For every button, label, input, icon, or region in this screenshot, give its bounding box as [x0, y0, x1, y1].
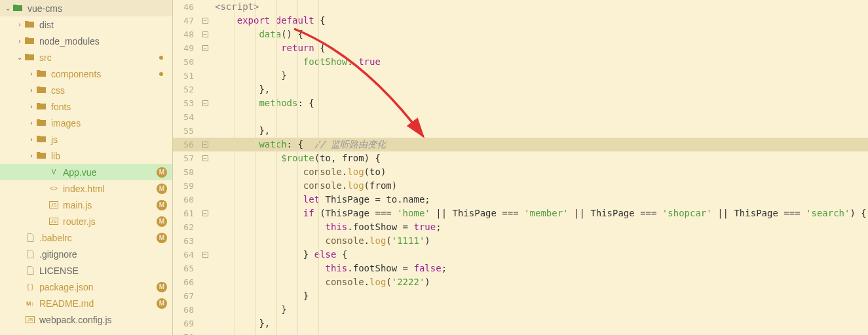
code-line-63[interactable]: 63 console.log('1111'): [173, 234, 868, 248]
code-line-60[interactable]: 60 let ThisPage = to.name;: [173, 193, 868, 207]
fold-gutter[interactable]: −: [199, 151, 211, 165]
tree-item-App-vue[interactable]: VApp.vueM: [0, 164, 172, 180]
code-line-49[interactable]: 49− return {: [173, 41, 868, 55]
fold-gutter[interactable]: [199, 220, 211, 234]
code-content[interactable]: data() {: [211, 28, 303, 41]
tree-item-package-json[interactable]: { }package.jsonM: [0, 279, 172, 295]
code-content[interactable]: <script>: [211, 0, 259, 14]
chevron-right-icon[interactable]: ›: [26, 119, 37, 127]
tree-item-README-md[interactable]: M↓README.mdM: [0, 295, 172, 311]
code-line-62[interactable]: 62 this.footShow = true;: [173, 220, 868, 234]
chevron-right-icon[interactable]: ›: [14, 21, 25, 28]
code-line-61[interactable]: 61− if (ThisPage === 'home' || ThisPage …: [173, 207, 868, 220]
fold-gutter[interactable]: [199, 0, 211, 14]
fold-close-icon[interactable]: [202, 321, 208, 326]
code-content[interactable]: this.footShow = true;: [211, 220, 442, 234]
tree-item-main-js[interactable]: JSmain.jsM: [0, 197, 172, 213]
code-content[interactable]: [211, 330, 215, 335]
tree-item-dist[interactable]: ›dist: [0, 16, 172, 33]
fold-gutter[interactable]: [199, 317, 211, 330]
code-line-67[interactable]: 67 }: [173, 289, 868, 303]
fold-open-icon[interactable]: −: [202, 210, 208, 216]
tree-item-js[interactable]: ›js: [0, 131, 172, 148]
code-line-55[interactable]: 55 },: [173, 124, 868, 138]
code-content[interactable]: export default {: [211, 14, 326, 28]
chevron-right-icon[interactable]: ›: [26, 87, 37, 94]
fold-gutter[interactable]: −: [199, 207, 211, 220]
chevron-right-icon[interactable]: ›: [26, 103, 37, 110]
fold-close-icon[interactable]: [202, 4, 208, 10]
code-line-68[interactable]: 68 }: [173, 303, 868, 317]
code-content[interactable]: }: [211, 303, 287, 317]
fold-gutter[interactable]: −: [199, 28, 211, 41]
code-content[interactable]: }: [211, 289, 309, 303]
tree-item-LICENSE[interactable]: LICENSE: [0, 262, 172, 279]
code-line-48[interactable]: 48− data() {: [173, 28, 868, 41]
code-editor[interactable]: 46<script>47− export default {48− data()…: [173, 0, 868, 335]
code-content[interactable]: if (ThisPage === 'home' || ThisPage === …: [211, 207, 867, 220]
code-line-52[interactable]: 52 },: [173, 83, 868, 96]
tree-item-fonts[interactable]: ›fonts: [0, 98, 172, 115]
chevron-right-icon[interactable]: ›: [14, 37, 25, 45]
fold-gutter[interactable]: [199, 110, 211, 124]
fold-close-icon[interactable]: [202, 293, 208, 299]
code-content[interactable]: }: [211, 69, 287, 83]
tree-item-css[interactable]: ›css: [0, 82, 172, 98]
code-line-58[interactable]: 58 console.log(to): [173, 165, 868, 179]
code-content[interactable]: let ThisPage = to.name;: [211, 193, 430, 207]
code-content[interactable]: } else {: [211, 248, 347, 262]
code-line-66[interactable]: 66 console.log('2222'): [173, 275, 868, 289]
code-content[interactable]: },: [211, 124, 270, 138]
fold-open-icon[interactable]: −: [202, 142, 208, 148]
code-content[interactable]: this.footShow = false;: [211, 262, 447, 275]
code-line-64[interactable]: 64− } else {: [173, 248, 868, 262]
fold-gutter[interactable]: [199, 165, 211, 179]
fold-gutter[interactable]: [199, 330, 211, 335]
fold-gutter[interactable]: [199, 234, 211, 248]
fold-gutter[interactable]: [199, 289, 211, 303]
code-line-65[interactable]: 65 this.footShow = false;: [173, 262, 868, 275]
code-content[interactable]: console.log(to): [211, 165, 386, 179]
tree-item-node_modules[interactable]: ›node_modules: [0, 33, 172, 49]
chevron-right-icon[interactable]: ›: [26, 152, 37, 159]
code-content[interactable]: methods: {: [211, 96, 314, 110]
fold-gutter[interactable]: −: [199, 138, 211, 151]
fold-gutter[interactable]: [199, 262, 211, 275]
fold-gutter[interactable]: [199, 124, 211, 138]
chevron-right-icon[interactable]: ›: [26, 136, 37, 143]
code-line-53[interactable]: 53− methods: {: [173, 96, 868, 110]
code-line-57[interactable]: 57− $route(to, from) {: [173, 151, 868, 165]
code-content[interactable]: console.log(from): [211, 179, 397, 193]
fold-gutter[interactable]: −: [199, 14, 211, 28]
code-line-46[interactable]: 46<script>: [173, 0, 868, 14]
tree-item-webpack-config-js[interactable]: JSwebpack.config.js: [0, 311, 172, 328]
fold-gutter[interactable]: [199, 179, 211, 193]
tree-item-images[interactable]: ›images: [0, 115, 172, 131]
fold-close-icon[interactable]: [202, 307, 208, 313]
chevron-down-icon[interactable]: ⌄: [3, 5, 13, 12]
code-line-50[interactable]: 50 footShow: true: [173, 55, 868, 69]
fold-close-icon[interactable]: [202, 87, 208, 92]
fold-gutter[interactable]: −: [199, 96, 211, 110]
fold-gutter[interactable]: [199, 69, 211, 83]
fold-open-icon[interactable]: −: [202, 100, 208, 106]
code-line-56[interactable]: 56− watch: { // 监听路由变化: [173, 138, 868, 151]
code-content[interactable]: watch: { // 监听路由变化: [211, 138, 386, 151]
code-content[interactable]: return {: [211, 41, 326, 55]
fold-gutter[interactable]: [199, 193, 211, 207]
code-line-47[interactable]: 47− export default {: [173, 14, 868, 28]
code-line-70[interactable]: 70: [173, 330, 868, 335]
code-lines[interactable]: 46<script>47− export default {48− data()…: [173, 0, 868, 335]
tree-item-components[interactable]: ›components: [0, 66, 172, 82]
tree-root[interactable]: ⌄vue-cms: [0, 0, 172, 16]
code-line-51[interactable]: 51 }: [173, 69, 868, 83]
fold-open-icon[interactable]: −: [202, 18, 208, 24]
code-content[interactable]: },: [211, 83, 270, 96]
code-content[interactable]: $route(to, from) {: [211, 151, 381, 165]
code-line-69[interactable]: 69 },: [173, 317, 868, 330]
fold-gutter[interactable]: [199, 55, 211, 69]
code-content[interactable]: footShow: true: [211, 55, 381, 69]
fold-close-icon[interactable]: [202, 73, 208, 79]
chevron-down-icon[interactable]: ⌄: [14, 54, 25, 61]
tree-item-lib[interactable]: ›lib: [0, 148, 172, 164]
